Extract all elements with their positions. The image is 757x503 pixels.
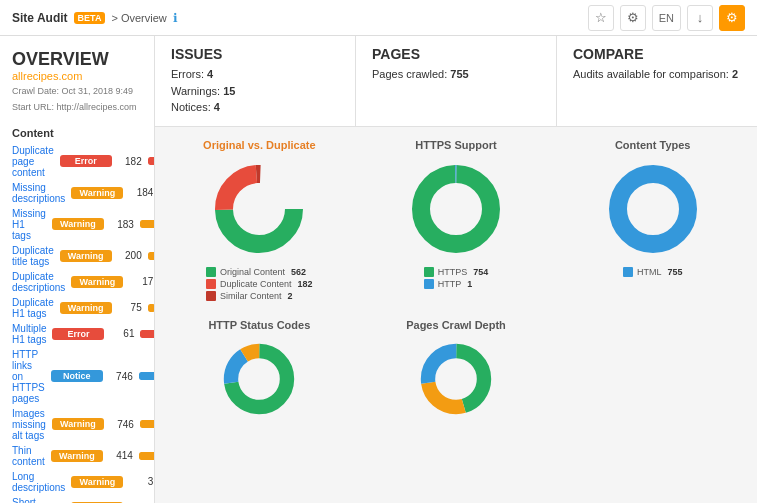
sidebar-item[interactable]: Duplicate descriptions Warning 17: [0, 269, 154, 295]
info-icon[interactable]: ℹ: [173, 11, 178, 25]
sidebar-item-bar: [148, 157, 155, 165]
crawl-date: Crawl Date: Oct 31, 2018 9:49: [12, 85, 142, 99]
https-svg: [406, 159, 506, 259]
orig-dup-donut: Original Content 562 Duplicate Content 1…: [171, 159, 348, 303]
crawled-label: Pages crawled:: [372, 68, 447, 80]
sidebar-item[interactable]: Missing H1 tags Warning 183: [0, 206, 154, 243]
orig-dot: [206, 267, 216, 277]
sim-dot: [206, 291, 216, 301]
html-dot: [623, 267, 633, 277]
sidebar-item-label[interactable]: Thin content: [12, 445, 45, 467]
sidebar-item-bar: [148, 252, 155, 260]
warnings-val: 15: [223, 85, 235, 97]
compare-stat-box: COMPARE Audits available for comparison:…: [557, 36, 757, 126]
sidebar-item[interactable]: Missing descriptions Warning 184: [0, 180, 154, 206]
sidebar-item[interactable]: Duplicate title tags Warning 200: [0, 243, 154, 269]
crawl-depth-chart: Pages Crawl Depth: [368, 319, 545, 419]
orig-dup-svg: [209, 159, 309, 259]
content-types-title: Content Types: [564, 139, 741, 151]
sidebar-item-label[interactable]: Short descriptions: [12, 497, 65, 503]
sidebar-item-count: 182: [118, 156, 142, 167]
sidebar-item-count: 200: [118, 250, 142, 261]
sidebar-item[interactable]: Duplicate page content Error 182: [0, 143, 154, 180]
sidebar-item-badge: Warning: [71, 276, 123, 288]
sidebar-item-bar-wrap: [148, 157, 155, 165]
sidebar-item-count: 3: [129, 476, 153, 487]
crawled-val: 755: [450, 68, 468, 80]
sidebar-item-bar: [139, 372, 155, 380]
main-content: ISSUES Errors: 4 Warnings: 15 Notices: 4…: [155, 36, 757, 503]
sidebar-item-label[interactable]: Missing H1 tags: [12, 208, 46, 241]
svg-point-3: [421, 174, 491, 244]
sidebar-item-badge: Notice: [51, 370, 103, 382]
settings-button[interactable]: ⚙: [620, 5, 646, 31]
sidebar-item-label[interactable]: HTTP links on HTTPS pages: [12, 349, 45, 404]
sidebar-item-label[interactable]: Images missing alt tags: [12, 408, 46, 441]
top-bar: Site Audit BETA > Overview ℹ ☆ ⚙ EN ↓ ⚙: [0, 0, 757, 36]
content-types-donut: HTML 755: [564, 159, 741, 279]
sidebar-item-label[interactable]: Long descriptions: [12, 471, 65, 493]
http-status-donut: [171, 339, 348, 419]
compare-title: COMPARE: [573, 46, 741, 62]
sidebar-item[interactable]: HTTP links on HTTPS pages Notice 746: [0, 347, 154, 406]
site-audit-label: Site Audit: [12, 11, 68, 25]
sim-label: Similar Content: [220, 291, 282, 301]
sidebar-item-badge: Warning: [51, 450, 103, 462]
issues-notices: Notices: 4: [171, 99, 339, 116]
sidebar-item-badge: Warning: [60, 302, 112, 314]
main-layout: OVERVIEW allrecipes.com Crawl Date: Oct …: [0, 36, 757, 503]
sidebar-item-bar: [139, 452, 155, 460]
sidebar-item-bar-wrap: [139, 452, 155, 460]
sidebar-item-label[interactable]: Multiple H1 tags: [12, 323, 46, 345]
start-url: Start URL: http://allrecipes.com: [12, 101, 142, 115]
compare-audits: Audits available for comparison: 2: [573, 66, 741, 83]
sidebar-item[interactable]: Short descriptions Warning 21: [0, 495, 154, 503]
sidebar-item-bar: [148, 304, 155, 312]
https-label: HTTPS: [438, 267, 468, 277]
sidebar-item-bar-wrap: [140, 330, 155, 338]
stats-bar: ISSUES Errors: 4 Warnings: 15 Notices: 4…: [155, 36, 757, 127]
http-status-chart: HTTP Status Codes: [171, 319, 348, 419]
sidebar-item-label[interactable]: Duplicate H1 tags: [12, 297, 54, 319]
sidebar-item[interactable]: Duplicate H1 tags Warning 75: [0, 295, 154, 321]
download-button[interactable]: ↓: [687, 5, 713, 31]
orig-dup-title: Original vs. Duplicate: [171, 139, 348, 151]
sidebar-item-label[interactable]: Duplicate title tags: [12, 245, 54, 267]
sidebar-item-count: 61: [110, 328, 134, 339]
sidebar-item-bar-wrap: [139, 372, 155, 380]
breadcrumb-area: Site Audit BETA > Overview ℹ: [12, 11, 178, 25]
sidebar-item-bar-wrap: [148, 304, 155, 312]
http-status-title: HTTP Status Codes: [171, 319, 348, 331]
crawl-depth-svg: [416, 339, 496, 419]
charts-row-1: Original vs. Duplicate: [171, 139, 741, 303]
sidebar-item-bar: [140, 220, 155, 228]
legend-http: HTTP 1: [424, 279, 489, 289]
sidebar-item-bar: [140, 330, 155, 338]
star-button[interactable]: ☆: [588, 5, 614, 31]
html-val: 755: [667, 267, 682, 277]
https-title: HTTPS Support: [368, 139, 545, 151]
issues-stat-box: ISSUES Errors: 4 Warnings: 15 Notices: 4: [155, 36, 356, 126]
issues-warnings: Warnings: 15: [171, 83, 339, 100]
issues-errors: Errors: 4: [171, 66, 339, 83]
config-button[interactable]: ⚙: [719, 5, 745, 31]
sidebar-item[interactable]: Thin content Warning 414: [0, 443, 154, 469]
language-button[interactable]: EN: [652, 5, 681, 31]
sidebar-item-label[interactable]: Duplicate page content: [12, 145, 54, 178]
sidebar-item[interactable]: Long descriptions Warning 3: [0, 469, 154, 495]
sidebar-domain[interactable]: allrecipes.com: [12, 70, 142, 82]
sidebar-item-label[interactable]: Duplicate descriptions: [12, 271, 65, 293]
https-support-chart: HTTPS Support HTTPS 754: [368, 139, 545, 303]
sidebar-item[interactable]: Multiple H1 tags Error 61: [0, 321, 154, 347]
placeholder-chart: [564, 319, 741, 419]
https-donut: HTTPS 754 HTTP 1: [368, 159, 545, 291]
http-status-svg: [219, 339, 299, 419]
crawl-depth-donut: [368, 339, 545, 419]
notices-val: 4: [214, 101, 220, 113]
sidebar-item-badge: Warning: [52, 418, 104, 430]
toolbar-right: ☆ ⚙ EN ↓ ⚙: [588, 5, 745, 31]
sidebar-item[interactable]: Images missing alt tags Warning 746: [0, 406, 154, 443]
errors-val: 4: [207, 68, 213, 80]
sidebar-item-label[interactable]: Missing descriptions: [12, 182, 65, 204]
beta-badge: BETA: [74, 12, 106, 24]
